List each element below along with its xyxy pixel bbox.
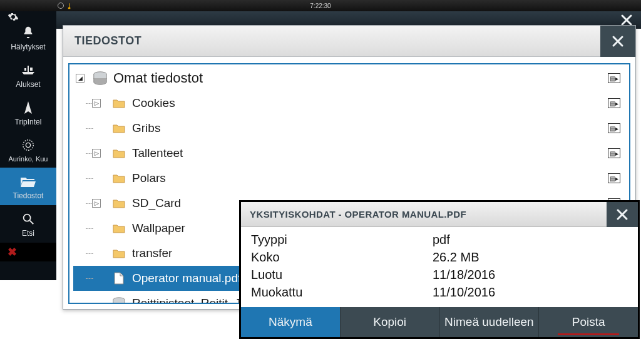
details-button[interactable]: ▤▸ (608, 73, 620, 83)
sidebar-item-label: Tiedostot (13, 191, 44, 200)
close-icon (611, 34, 625, 48)
expand-toggle[interactable]: ▷ (92, 199, 101, 208)
network-icon (58, 3, 64, 9)
svg-point-2 (26, 143, 30, 147)
details-key: Luotu (251, 268, 433, 282)
details-body: TyyppipdfKoko26.2 MBLuotu11/18/2016Muoka… (241, 227, 638, 301)
sidebar-dismiss-button[interactable]: ✖ (0, 243, 56, 261)
details-button[interactable]: ▤▸ (608, 123, 620, 133)
details-titlebar: YKSITYISKOHDAT - OPERATOR MANUAL.PDF (241, 202, 638, 227)
sidebar-item-search[interactable]: Etsi (0, 205, 56, 243)
details-value: 11/18/2016 (433, 268, 495, 282)
settings-gear-icon[interactable] (0, 11, 56, 19)
details-title: YKSITYISKOHDAT - OPERATOR MANUAL.PDF (250, 209, 466, 220)
folder-icon (111, 123, 127, 133)
details-actions: Näkymä Kopioi Nimeä uudelleen Poista (241, 307, 638, 337)
sidebar-item-label: Alukset (16, 80, 40, 89)
tree-node-label: Omat tiedostot (113, 70, 203, 86)
folder-icon (111, 248, 127, 258)
folder-icon (111, 98, 127, 108)
details-row: Tyyppipdf (251, 231, 628, 248)
details-row: Luotu11/18/2016 (251, 266, 628, 283)
database-icon (92, 71, 108, 86)
details-row: Koko26.2 MB (251, 248, 628, 266)
tree-node-label: Cookies (132, 96, 175, 110)
tree-folder[interactable]: Gribs▤▸ (73, 116, 625, 141)
sidebar-item-vessels[interactable]: Alukset (0, 56, 56, 94)
view-button[interactable]: Näkymä (241, 307, 341, 337)
sidebar-item-tripintel[interactable]: TripIntel (0, 94, 56, 131)
sidebar-item-label: Aurinko, Kuu (9, 155, 48, 163)
sun-icon (21, 138, 35, 153)
svg-line-5 (30, 221, 34, 225)
details-button[interactable]: ▤▸ (608, 98, 620, 108)
file-icon (111, 272, 127, 285)
folder-icon (111, 223, 127, 233)
bell-icon (21, 25, 35, 40)
tree-node-label: Tallenteet (132, 146, 183, 160)
sidebar-item-label: Hälytykset (11, 43, 45, 51)
tree-root[interactable]: ◢ Omat tiedostot ▤▸ (73, 66, 625, 91)
download-icon: ⭳ (66, 3, 73, 9)
svg-point-4 (24, 215, 31, 221)
sidebar-item-alerts[interactable]: Hälytykset (0, 19, 56, 56)
tree-node-label: Wallpaper (132, 221, 185, 235)
sidebar-item-sunmoon[interactable]: Aurinko, Kuu (0, 131, 56, 168)
folder-open-icon (20, 174, 36, 189)
details-key: Muokattu (251, 285, 433, 300)
details-value: pdf (433, 233, 450, 247)
magnifier-icon (21, 211, 35, 226)
tree-node-label: transfer (132, 246, 172, 260)
rename-button[interactable]: Nimeä uudelleen (440, 307, 540, 337)
clock: 7:22:30 (310, 3, 331, 9)
status-bar: ⭳ 7:22:30 (0, 0, 641, 11)
tree-folder[interactable]: ▷Cookies▤▸ (73, 91, 625, 116)
delete-button[interactable]: Poista (539, 307, 638, 337)
tree-node-label: Polars (132, 171, 166, 185)
database-icon (111, 297, 127, 304)
sidebar-item-label: Etsi (22, 229, 34, 238)
svg-point-3 (23, 140, 34, 151)
details-key: Tyyppi (251, 233, 433, 247)
copy-button[interactable]: Kopioi (341, 307, 440, 337)
folder-icon (111, 198, 127, 208)
tree-node-label: SD_Card (132, 196, 181, 210)
folder-icon (111, 148, 127, 158)
expand-toggle[interactable]: ▷ (92, 99, 101, 108)
sidebar: Hälytykset Alukset TripIntel Aurinko, Ku… (0, 11, 56, 280)
files-window-title: TIEDOSTOT (74, 34, 141, 48)
files-window-titlebar: TIEDOSTOT (63, 26, 635, 57)
tree-node-label: Operator manual.pdf (132, 271, 241, 285)
details-button[interactable]: ▤▸ (608, 173, 620, 183)
ship-icon (21, 63, 36, 78)
tree-node-label: Gribs (132, 121, 160, 135)
details-close-button[interactable] (607, 202, 638, 227)
details-row: Muokattu11/10/2016 (251, 283, 628, 301)
details-button[interactable]: ▤▸ (608, 148, 620, 158)
details-value: 11/10/2016 (433, 285, 495, 300)
compass-icon (22, 100, 34, 115)
close-icon (615, 208, 629, 221)
files-window-close-button[interactable] (600, 26, 635, 57)
collapse-toggle[interactable]: ◢ (76, 74, 85, 83)
details-value: 26.2 MB (433, 250, 479, 265)
tree-folder[interactable]: ▷Tallenteet▤▸ (73, 141, 625, 166)
sidebar-item-files[interactable]: Tiedostot (0, 168, 56, 205)
expand-toggle[interactable]: ▷ (92, 149, 101, 158)
details-dialog: YKSITYISKOHDAT - OPERATOR MANUAL.PDF Tyy… (239, 200, 640, 339)
details-key: Koko (251, 250, 433, 265)
sidebar-item-label: TripIntel (15, 118, 42, 126)
folder-icon (111, 173, 127, 183)
tree-folder[interactable]: Polars▤▸ (73, 166, 625, 191)
